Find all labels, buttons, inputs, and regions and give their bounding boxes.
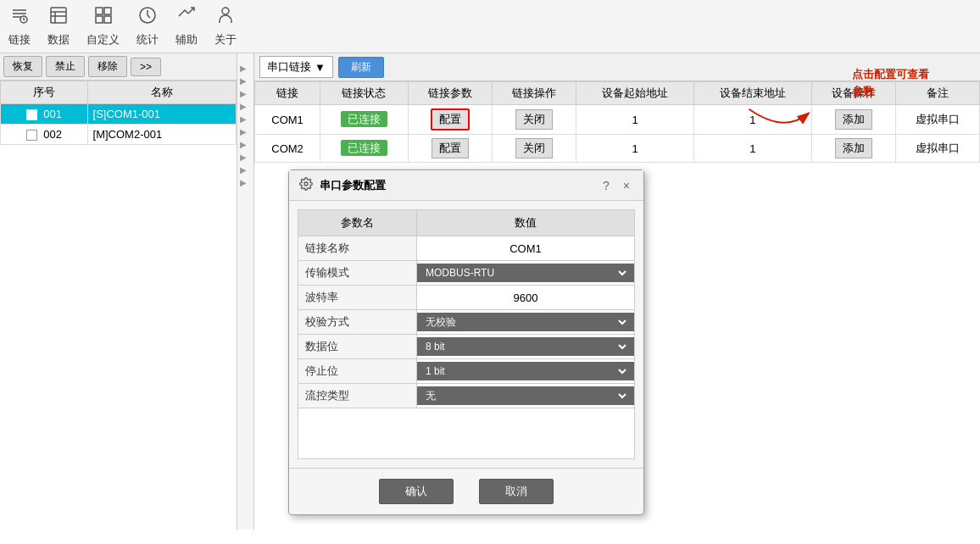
modal-param-row: 流控类型 无硬件流控软件流控 [298,384,635,408]
param-value-select[interactable]: 1 bit2 bit [417,359,635,384]
param-value-select[interactable]: MODBUS-RTUMODBUS-ASCII [417,261,635,286]
modal-body: 参数名 数值 链接名称 COM1 传输模式 MODBUS-RTUMODBUS-A… [289,201,643,468]
link-operation[interactable]: 关闭 [492,105,576,135]
col-header-1: 链接状态 [320,82,409,105]
link-icon [9,5,30,31]
device-start: 1 [576,135,694,163]
toolbar-about-label: 关于 [214,32,237,47]
param-value-select[interactable]: 8 bit7 bit [417,335,635,359]
left-panel: 恢复 禁止 移除 >> 序号 名称 001 [S]COM [0,53,237,530]
modal-title: 串口参数配置 [320,178,593,193]
link-config[interactable]: 配置 [408,135,492,163]
link-config[interactable]: 配置 [408,105,492,135]
serial-config-modal: 串口参数配置 ? × 参数名 数值 链接名称 COM1 传输模式 MODBUS-… [288,169,644,515]
config-button[interactable]: 配置 [431,108,470,130]
select-field[interactable]: 8 bit7 bit [422,340,629,353]
select-field[interactable]: MODBUS-RTUMODBUS-ASCII [422,266,629,280]
link-name: COM2 [255,135,320,163]
modal-help-button[interactable]: ? [599,179,613,192]
add-device-button[interactable]: 添加 [835,109,872,130]
svg-point-10 [222,8,229,14]
col-header-0: 链接 [255,82,320,105]
arrow-column: ▶ ▶ ▶ ▶ ▶ ▶ ▶ ▶ ▶ ▶ [237,53,254,530]
dropdown-arrow-icon: ▼ [315,61,326,74]
toolbar-data[interactable]: 数据 [47,5,70,47]
svg-point-12 [304,182,308,186]
note: 虚拟串口 [895,105,979,135]
config-button[interactable]: 配置 [432,138,469,158]
svg-rect-7 [96,16,103,23]
row-checkbox[interactable] [26,130,37,141]
main-toolbar: 链接 数据 自定义 统计 辅助 [0,0,980,53]
value-header: 数值 [417,210,635,236]
param-value-select[interactable]: 无校验奇校验偶校验 [417,310,635,335]
modal-footer: 确认 取消 [289,468,643,514]
param-value-select[interactable]: 无硬件流控软件流控 [417,384,635,408]
col-header-4: 设备起始地址 [576,82,694,105]
remove-button[interactable]: 移除 [88,56,127,77]
link-operation[interactable]: 关闭 [492,135,576,163]
modal-header: 串口参数配置 ? × [289,170,643,201]
stats-icon [137,5,158,31]
add-device-button[interactable]: 添加 [835,138,872,158]
row-name: [M]COM2-001 [87,125,236,145]
row-id: 002 [1,125,88,145]
toolbar-custom-label: 自定义 [86,32,120,47]
left-table-row[interactable]: 002 [M]COM2-001 [1,125,237,145]
refresh-button[interactable]: 刷新 [338,57,384,78]
device-start: 1 [576,105,694,135]
link-name: COM1 [255,105,320,135]
select-field[interactable]: 无校验奇校验偶校验 [422,315,629,329]
annotation: 点击配置可查看 参数 [852,66,929,99]
select-field[interactable]: 无硬件流控软件流控 [422,389,629,402]
toolbar-stats-label: 统计 [136,32,159,47]
left-toolbar: 恢复 禁止 移除 >> [0,53,237,80]
param-label: 传输模式 [298,261,417,286]
device-op[interactable]: 添加 [811,135,895,163]
modal-param-row: 数据位 8 bit7 bit [298,335,635,359]
param-value-text: COM1 [417,236,635,261]
param-value-text: 9600 [417,286,635,310]
link-status: 已连接 [320,135,409,163]
confirm-button[interactable]: 确认 [379,479,454,504]
restore-button[interactable]: 恢复 [3,56,42,77]
toolbar-about[interactable]: 关于 [214,5,237,47]
right-table-row: COM2 已连接 配置 关闭 1 1 添加 虚拟串口 [255,135,980,163]
modal-param-row: 链接名称 COM1 [298,236,635,261]
forward-button[interactable]: >> [131,58,161,76]
disable-button[interactable]: 禁止 [46,56,85,77]
modal-close-button[interactable]: × [620,179,633,192]
param-label: 停止位 [298,359,417,384]
param-label: 链接名称 [298,236,417,261]
about-icon [215,5,236,31]
close-button[interactable]: 关闭 [515,109,553,130]
toolbar-assist[interactable]: 辅助 [175,5,198,47]
toolbar-stats[interactable]: 统计 [136,5,159,47]
cancel-button[interactable]: 取消 [479,479,554,504]
modal-empty-row [298,408,635,459]
modal-param-row: 传输模式 MODBUS-RTUMODBUS-ASCII [298,261,635,286]
modal-param-row: 校验方式 无校验奇校验偶校验 [298,310,635,335]
close-button[interactable]: 关闭 [515,138,553,158]
row-checkbox[interactable] [26,109,37,120]
select-field[interactable]: 1 bit2 bit [422,364,629,378]
note: 虚拟串口 [895,135,979,163]
modal-params-table: 参数名 数值 链接名称 COM1 传输模式 MODBUS-RTUMODBUS-A… [298,209,635,459]
status-badge: 已连接 [341,140,387,156]
serial-link-button[interactable]: 串口链接 ▼ [259,56,333,78]
col-name: 名称 [87,81,236,104]
toolbar-link[interactable]: 链接 [8,5,31,47]
left-table-row[interactable]: 001 [S]COM1-001 [1,104,237,125]
device-op[interactable]: 添加 [811,105,895,135]
annotation-line2: 参数 [852,83,929,100]
toolbar-custom[interactable]: 自定义 [86,5,120,47]
param-label: 流控类型 [298,384,417,408]
link-status: 已连接 [320,105,409,135]
empty-cell [298,408,635,459]
col-header-2: 链接参数 [408,82,492,105]
svg-rect-5 [96,8,103,14]
param-label: 波特率 [298,286,417,310]
svg-rect-1 [51,8,66,23]
modal-param-row: 停止位 1 bit2 bit [298,359,635,384]
param-label: 校验方式 [298,310,417,335]
